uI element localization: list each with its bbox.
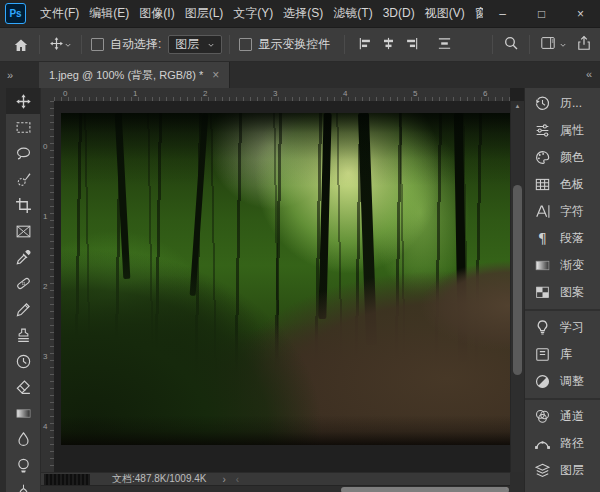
paths-icon xyxy=(534,435,551,452)
tool-move[interactable] xyxy=(6,88,40,114)
distribute-icon xyxy=(437,36,452,51)
tool-eyedropper[interactable] xyxy=(6,244,40,270)
panel-tab-swatches[interactable]: 色板 xyxy=(525,171,600,198)
align-left-button[interactable] xyxy=(358,36,373,54)
ruler-tick-label: 2 xyxy=(43,282,47,291)
photoshop-window: Ps 文件(F)编辑(E)图像(I)图层(L)文字(Y)选择(S)滤镜(T)3D… xyxy=(0,0,600,492)
panel-tab-adjustments[interactable]: 调整 xyxy=(525,368,600,395)
move-tool-preset[interactable] xyxy=(49,36,72,54)
menu-item-2[interactable]: 图像(I) xyxy=(134,0,179,27)
vertical-scroll-thumb[interactable] xyxy=(513,185,522,375)
panel-tab-history[interactable]: 历... xyxy=(525,90,600,117)
panel-tab-label: 图案 xyxy=(560,284,584,301)
align-center-button[interactable] xyxy=(381,36,396,54)
tools-expand-toggle[interactable]: » xyxy=(0,62,39,88)
panel-tab-label: 图层 xyxy=(560,462,584,479)
search-button[interactable] xyxy=(503,35,519,54)
tool-crop[interactable] xyxy=(6,192,40,218)
ruler-tick-label: 2 xyxy=(203,89,207,98)
panel-tab-color[interactable]: 颜色 xyxy=(525,144,600,171)
auto-select-checkbox[interactable] xyxy=(91,38,104,51)
separator xyxy=(492,35,493,54)
document-size-info: 文档:487.8K/1009.4K xyxy=(112,472,207,486)
tool-spot-healing-brush[interactable] xyxy=(6,270,40,296)
auto-select-dropdown[interactable]: 图层 xyxy=(168,35,222,54)
workspace-button[interactable] xyxy=(540,35,556,54)
panel-tab-character[interactable]: 字符 xyxy=(525,198,600,225)
tool-clone-stamp[interactable] xyxy=(6,322,40,348)
tool-rectangular-marquee[interactable] xyxy=(6,114,40,140)
separator xyxy=(344,35,345,54)
tab-close-icon[interactable]: × xyxy=(212,68,219,82)
tool-lasso[interactable] xyxy=(6,140,40,166)
horizontal-scroll-thumb[interactable] xyxy=(341,487,509,492)
show-transform-checkbox[interactable] xyxy=(239,38,252,51)
status-arrow-left[interactable]: ‹ xyxy=(236,474,239,485)
panel-tab-libraries[interactable]: 库 xyxy=(525,341,600,368)
panel-tab-layers[interactable]: 图层 xyxy=(525,457,600,484)
zoom-field[interactable] xyxy=(44,474,90,485)
menu-item-5[interactable]: 选择(S) xyxy=(278,0,328,27)
gradient-panel-icon xyxy=(534,257,551,274)
menu-item-1[interactable]: 编辑(E) xyxy=(84,0,134,27)
menu-item-3[interactable]: 图层(L) xyxy=(180,0,229,27)
panel-tab-label: 段落 xyxy=(560,230,584,247)
minimize-button[interactable]: – xyxy=(483,0,522,27)
document-tab[interactable]: 1.jpeg @ 100% (背景, RGB/8) * × xyxy=(39,62,230,88)
distribute-button[interactable] xyxy=(437,36,452,54)
panel-tab-properties[interactable]: 属性 xyxy=(525,117,600,144)
tool-pen[interactable] xyxy=(6,478,40,492)
panel-tab-paragraph[interactable]: ¶段落 xyxy=(525,225,600,252)
close-button[interactable]: × xyxy=(561,0,600,27)
panel-tab-label: 路径 xyxy=(560,435,584,452)
tool-quick-selection[interactable] xyxy=(6,166,40,192)
panel-tab-gradient-panel[interactable]: 渐变 xyxy=(525,252,600,279)
vertical-scrollbar[interactable]: ▲ xyxy=(510,101,524,472)
quick-selection-icon xyxy=(15,171,32,188)
chevron-down-icon xyxy=(559,38,567,52)
ruler-tick-label: 1 xyxy=(133,89,137,98)
align-center-icon xyxy=(381,36,396,51)
show-transform-label: 显示变换控件 xyxy=(258,36,330,53)
menu-item-7[interactable]: 3D(D) xyxy=(378,0,420,27)
tool-gradient[interactable] xyxy=(6,400,40,426)
panel-tab-learn[interactable]: 学习 xyxy=(525,314,600,341)
tool-history-brush[interactable] xyxy=(6,348,40,374)
dodge-icon xyxy=(15,457,32,474)
tool-frame[interactable] xyxy=(6,218,40,244)
photo-layer-bush xyxy=(61,113,510,445)
ruler-tick-label: 5 xyxy=(413,89,417,98)
panel-tab-label: 历... xyxy=(560,95,582,112)
share-button[interactable] xyxy=(576,35,592,54)
document-viewport[interactable] xyxy=(54,101,510,472)
align-right-button[interactable] xyxy=(404,36,419,54)
chevron-down-icon xyxy=(64,41,72,49)
home-button[interactable] xyxy=(10,37,32,53)
tool-eraser[interactable] xyxy=(6,374,40,400)
menu-item-4[interactable]: 文字(Y) xyxy=(228,0,278,27)
menu-item-6[interactable]: 滤镜(T) xyxy=(328,0,377,27)
scroll-right-icon[interactable]: › xyxy=(505,484,508,492)
panel-tab-channels[interactable]: 通道 xyxy=(525,403,600,430)
tool-smudge[interactable] xyxy=(6,426,40,452)
maximize-button[interactable]: □ xyxy=(522,0,561,27)
color-icon xyxy=(534,149,551,166)
chevron-down-icon xyxy=(207,41,215,49)
scroll-up-icon[interactable]: ▲ xyxy=(511,103,524,109)
canvas-area: 0123456 01234 xyxy=(40,88,524,492)
menu-item-0[interactable]: 文件(F) xyxy=(35,0,84,27)
menu-item-8[interactable]: 视图(V) xyxy=(420,0,470,27)
tool-brush[interactable] xyxy=(6,296,40,322)
tool-dodge[interactable] xyxy=(6,452,40,478)
horizontal-scrollbar[interactable]: › xyxy=(41,485,510,492)
panel-tab-pattern[interactable]: 图案 xyxy=(525,279,600,306)
panel-tab-paths[interactable]: 路径 xyxy=(525,430,600,457)
panel-collapse-toggle[interactable]: « xyxy=(586,68,592,80)
right-panel: 历...属性颜色色板字符¶段落渐变图案学习库调整通道路径图层 xyxy=(524,88,600,492)
clone-stamp-icon xyxy=(15,327,32,344)
menu-list: 文件(F)编辑(E)图像(I)图层(L)文字(Y)选择(S)滤镜(T)3D(D)… xyxy=(35,0,523,27)
scrollbar-corner xyxy=(510,472,524,492)
document-tab-title: 1.jpeg @ 100% (背景, RGB/8) * xyxy=(49,68,203,83)
status-arrow-right[interactable]: › xyxy=(223,474,226,485)
ruler-tick-label: 1 xyxy=(43,212,47,221)
